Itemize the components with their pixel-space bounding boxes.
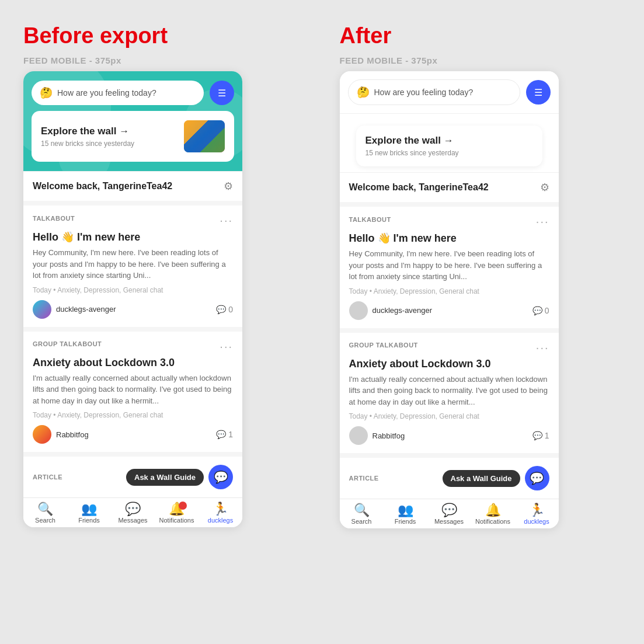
thinking-emoji-after: 🤔 [357,86,370,99]
post2-more-after[interactable]: ··· [536,341,549,354]
menu-icon-after: ☰ [534,87,542,98]
post2-title-before[interactable]: Anxiety about Lockdown 3.0 [33,357,233,369]
nav-friends-label-after: Friends [395,518,416,525]
nav-search-after[interactable]: 🔍 Search [340,504,384,525]
nav-messages-label-before: Messages [118,517,147,524]
explore-title-after[interactable]: Explore the wall → [365,135,459,147]
friends-icon-before: 👥 [81,503,97,516]
search-placeholder-before: How are you feeling today? [57,88,196,98]
nav-messages-before[interactable]: 💬 Messages [111,503,155,524]
bell-icon-after: 🔔 [485,504,501,517]
welcome-text-after: Welcome back, TangerineTea42 [349,182,489,193]
post2-more-before[interactable]: ··· [220,340,233,353]
post1-body-before: Hey Community, I'm new here. I've been r… [33,247,233,281]
nav-notifications-label-before: Notifications [159,517,194,524]
comment-icon-post1-after: 💬 [532,306,542,315]
post1-comments-before: 0 [228,305,233,314]
nav-profile-before[interactable]: 🏃 ducklegs [199,503,242,524]
after-section: After FEED MOBILE - 375px 🤔 How are you … [340,23,621,528]
nav-notifications-before[interactable]: 🔔 Notifications [155,503,199,524]
friends-icon-after: 👥 [398,504,413,517]
post1-more-after[interactable]: ··· [536,215,549,228]
ask-btn-before[interactable]: Ask a Wall Guide [126,469,204,486]
comment-icon-post1-before: 💬 [216,305,226,314]
nav-search-label-after: Search [351,518,372,525]
thinking-emoji-before: 🤔 [40,86,53,99]
post2-title-after[interactable]: Anxiety about Lockdown 3.0 [349,358,549,370]
post2-tag-before: GROUP TALKABOUT [33,340,102,347]
post1-title-after[interactable]: Hello 👋 I'm new here [349,232,549,245]
welcome-text-before: Welcome back, TangerineTea42 [33,181,172,192]
post1-comments-after: 0 [545,306,549,315]
messages-icon-before: 💬 [125,503,141,516]
post2-author-after[interactable]: Rabbitfog [373,431,405,440]
nav-profile-label-before: ducklegs [208,517,233,524]
explore-title-before[interactable]: Explore the wall → [41,126,134,137]
nav-profile-label-after: ducklegs [524,518,549,525]
comment-icon-post2-before: 💬 [216,430,226,439]
chat-fab-before[interactable]: 💬 [208,465,233,489]
search-icon-after: 🔍 [354,504,370,517]
before-section: Before export FEED MOBILE - 375px 🤔 How … [23,23,305,528]
post2-card-before: GROUP TALKABOUT ··· Anxiety about Lockdo… [23,327,242,452]
nav-messages-after[interactable]: 💬 Messages [427,504,471,525]
nav-profile-after[interactable]: 🏃 ducklegs [515,504,559,525]
post2-avatar-before [33,425,51,444]
post1-meta-after: Today • Anxiety, Depression, General cha… [349,287,549,295]
comment-icon-post2-after: 💬 [532,431,542,440]
nav-messages-label-after: Messages [434,518,464,525]
menu-icon-before: ☰ [218,88,226,99]
post1-card-before: TALKABOUT ··· Hello 👋 I'm new here Hey C… [23,201,242,327]
notification-badge-before [179,502,187,510]
post2-comments-after: 1 [545,431,549,440]
bottom-nav-after: 🔍 Search 👥 Friends 💬 Messages 🔔 Notifica… [340,499,559,528]
before-subtitle: FEED MOBILE - 375px [23,55,305,65]
menu-button-before[interactable]: ☰ [210,81,234,105]
search-icon-before: 🔍 [37,503,53,516]
before-title: Before export [23,23,305,48]
post2-meta-after: Today • Anxiety, Depression, General cha… [349,412,549,420]
messages-icon-after: 💬 [441,504,457,517]
post1-card-after: TALKABOUT ··· Hello 👋 I'm new here Hey C… [340,202,559,328]
post1-author-before[interactable]: ducklegs-avenger [56,305,116,314]
post1-more-before[interactable]: ··· [220,214,233,227]
explore-sub-before: 15 new bricks since yesterday [41,140,134,148]
post1-avatar-after [349,301,368,320]
after-search-bar[interactable]: 🤔 How are you feeling today? [348,79,520,105]
ask-btn-after[interactable]: Ask a Wall Guide [443,470,520,487]
nav-friends-label-before: Friends [78,517,100,524]
post1-avatar-before [33,300,51,319]
post2-card-after: GROUP TALKABOUT ··· Anxiety about Lockdo… [340,328,559,454]
post2-body-before: I'm actually really concerned about actu… [33,373,233,407]
bottom-nav-before: 🔍 Search 👥 Friends 💬 Messages 🔔 Notifica… [23,497,242,527]
article-card-after: ARTICLE Ask a Wall Guide 💬 [340,453,559,499]
post2-author-before[interactable]: Rabbitfog [56,430,89,439]
gear-icon-after[interactable]: ⚙ [540,181,549,194]
explore-card-after[interactable]: Explore the wall → 15 new bricks since y… [356,126,542,166]
before-phone-frame: 🤔 How are you feeling today? ☰ Explore t… [23,71,242,527]
article-tag-after: ARTICLE [349,475,379,482]
post1-title-before[interactable]: Hello 👋 I'm new here [33,231,233,243]
explore-image-before [184,120,225,152]
after-header: 🤔 How are you feeling today? ☰ [340,71,559,114]
post2-body-after: I'm actually really concerned about actu… [349,374,549,408]
post2-comments-before: 1 [228,430,233,439]
post2-meta-before: Today • Anxiety, Depression, General cha… [33,411,233,419]
gear-icon-before[interactable]: ⚙ [224,180,233,193]
welcome-bar-after: Welcome back, TangerineTea42 ⚙ [340,172,559,202]
chat-fab-after[interactable]: 💬 [525,466,549,490]
nav-notifications-after[interactable]: 🔔 Notifications [471,504,515,525]
nav-friends-after[interactable]: 👥 Friends [384,504,427,525]
article-card-before: ARTICLE Ask a Wall Guide 💬 [23,452,242,497]
profile-icon-before: 🏃 [213,503,228,516]
nav-friends-before[interactable]: 👥 Friends [67,503,111,524]
after-title: After [340,23,621,48]
nav-search-label-before: Search [35,517,55,524]
post2-avatar-after [349,426,368,445]
post1-author-after[interactable]: ducklegs-avenger [373,306,433,315]
nav-search-before[interactable]: 🔍 Search [23,503,67,524]
profile-icon-after: 🏃 [529,504,545,517]
menu-button-after[interactable]: ☰ [526,80,551,105]
search-placeholder-after: How are you feeling today? [374,88,511,97]
after-phone-frame: 🤔 How are you feeling today? ☰ Explore t… [340,71,559,528]
